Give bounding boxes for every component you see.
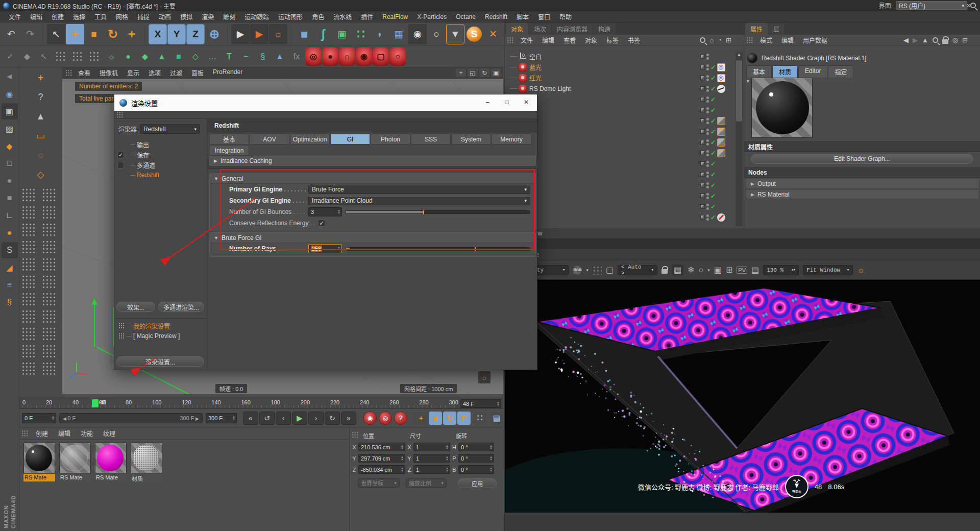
rgb-channel-icon[interactable]: RGB: [573, 266, 582, 275]
tree-checkbox[interactable]: [117, 152, 124, 158]
visibility-dots-icon[interactable]: [706, 64, 709, 70]
rs-proxy-icon[interactable]: ▼: [446, 24, 464, 44]
palette-placeholder-icon[interactable]: [42, 223, 57, 238]
gear-icon[interactable]: ☼: [857, 266, 865, 275]
collapse-arrow-icon[interactable]: ▼: [214, 235, 218, 240]
sep[interactable]: [141, 25, 145, 44]
object-name[interactable]: RS Dome Light: [529, 85, 571, 92]
palette-placeholder-icon[interactable]: [42, 309, 57, 325]
enabled-check-icon[interactable]: ✓: [710, 75, 716, 82]
globe-icon[interactable]: ◉: [2, 86, 18, 102]
lock-z-icon[interactable]: Z: [186, 24, 205, 44]
settings-tab[interactable]: Memory: [492, 134, 531, 144]
layer-square-icon[interactable]: [700, 76, 705, 80]
viewport-menu-item[interactable]: 面板: [187, 68, 208, 77]
grip-icon[interactable]: [21, 430, 29, 437]
object-row[interactable]: ✓: [505, 126, 734, 137]
key-rotation-icon[interactable]: ↻: [443, 412, 456, 425]
grip-icon[interactable]: [116, 111, 124, 118]
object-tag-icon[interactable]: [717, 106, 725, 114]
grip-icon[interactable]: [507, 37, 514, 44]
attribute-sub-tab[interactable]: 指定: [828, 65, 853, 78]
poly-select-icon[interactable]: ◇: [32, 165, 50, 184]
menu-item[interactable]: 渲染: [197, 12, 218, 21]
pan-view-icon[interactable]: +: [456, 68, 466, 77]
menu-item[interactable]: 运动图形: [274, 12, 307, 21]
interface-select[interactable]: RS (用户)▾: [896, 1, 967, 10]
target-icon[interactable]: ◎: [952, 36, 958, 44]
gi-bounces-field[interactable]: 3▲▼: [308, 207, 342, 216]
number-of-rays-field[interactable]: 256▲▼: [308, 244, 342, 253]
xp-paint-icon[interactable]: ◆: [19, 47, 35, 66]
rs-light-portal-icon[interactable]: ▢: [373, 47, 389, 66]
xp-mesh-icon[interactable]: ◇: [187, 47, 204, 66]
rendered-image[interactable]: 微信公众号: 野鹿志 微博: 野鹿志 作者: 马鹿野郎 野鹿志 48 8.06s: [505, 280, 980, 513]
redo-icon[interactable]: ↷: [21, 24, 39, 44]
rotation-h-field[interactable]: 0 °▲▼: [458, 443, 494, 451]
object-mode-icon[interactable]: □: [2, 155, 18, 172]
enabled-check-icon[interactable]: ✓: [710, 214, 716, 221]
render-picture-viewer-icon[interactable]: ▶: [250, 24, 268, 44]
object-tag-icon[interactable]: [717, 213, 725, 222]
select-cursor-icon[interactable]: ▲: [32, 107, 50, 126]
enabled-check-icon[interactable]: ✓: [710, 182, 716, 189]
material-menu-item[interactable]: 创建: [31, 429, 53, 438]
spline-pen-icon[interactable]: ʃ: [314, 24, 332, 44]
viewport-gear-icon[interactable]: ☼: [478, 371, 491, 383]
object-menu-item[interactable]: 编辑: [537, 36, 559, 44]
viewport-menu-item[interactable]: 过滤: [165, 68, 187, 77]
visibility-dots-icon[interactable]: [706, 86, 709, 92]
xp-sheeter-icon[interactable]: §: [255, 47, 271, 66]
material-swatch[interactable]: 材质: [131, 443, 162, 481]
render-preset-item[interactable]: 我的渲染设置: [115, 321, 206, 331]
grip-icon[interactable]: [352, 431, 359, 439]
object-row[interactable]: 空白: [505, 51, 734, 62]
viewport-menu-item[interactable]: 查看: [74, 68, 95, 77]
object-row[interactable]: ✓: [505, 148, 734, 158]
visibility-dots-icon[interactable]: [706, 75, 709, 81]
object-tag-icon[interactable]: [710, 53, 719, 61]
edit-mesh-icon[interactable]: ▣: [333, 24, 351, 44]
add-panel-icon[interactable]: ⊞: [726, 36, 731, 44]
object-name[interactable]: 蓝光: [529, 63, 542, 71]
enabled-check-icon[interactable]: ✓: [710, 96, 716, 103]
image-a-icon[interactable]: ▣: [714, 265, 722, 275]
palette-placeholder-icon[interactable]: [21, 309, 37, 325]
palette-placeholder-icon[interactable]: [21, 257, 37, 273]
lock-icon[interactable]: [942, 39, 948, 44]
menu-item[interactable]: 帮助: [555, 12, 576, 21]
visibility-dots-icon[interactable]: [706, 150, 709, 156]
settings-tab[interactable]: AOV: [250, 134, 289, 144]
palette-placeholder-icon[interactable]: [21, 361, 37, 377]
layer-square-icon[interactable]: [700, 86, 705, 91]
collapse-arrow-icon[interactable]: ▼: [746, 79, 750, 84]
prev-key-icon[interactable]: ↺: [259, 412, 275, 425]
fit-select[interactable]: Fit Window▾: [803, 265, 853, 275]
layer-square-icon[interactable]: [700, 183, 705, 187]
search-icon[interactable]: [700, 37, 705, 43]
xp-cube-icon[interactable]: ■: [170, 47, 187, 66]
object-row[interactable]: ✓: [505, 190, 734, 201]
palette-placeholder-icon[interactable]: [42, 275, 57, 290]
palette-placeholder-icon[interactable]: [21, 188, 37, 203]
menu-item[interactable]: 捕捉: [133, 12, 154, 21]
enabled-check-icon[interactable]: ✓: [710, 128, 716, 135]
rotation-b-field[interactable]: 0 °▲▼: [458, 465, 494, 474]
effects-button[interactable]: 效果...: [116, 302, 155, 312]
pla-dots-icon[interactable]: [474, 412, 487, 425]
attribute-menu-item[interactable]: 用户数据: [798, 36, 832, 44]
layer-square-icon[interactable]: [700, 108, 705, 112]
search-icon[interactable]: [970, 3, 976, 8]
coord-system-select[interactable]: 世界坐标▾: [358, 478, 400, 488]
key-position-icon[interactable]: +: [414, 412, 428, 425]
prev-frame-icon[interactable]: ‹: [276, 412, 291, 425]
enabled-check-icon[interactable]: ✓: [710, 139, 716, 146]
object-tag-icon[interactable]: [717, 203, 725, 211]
model-mode-icon[interactable]: ▣: [2, 103, 18, 119]
size-x-field[interactable]: 1▲▼: [413, 443, 450, 451]
zoom-view-icon[interactable]: ◱: [468, 68, 478, 77]
palette-placeholder-icon[interactable]: [42, 292, 57, 307]
palette-placeholder-icon[interactable]: [21, 205, 37, 221]
current-frame-marker[interactable]: [92, 399, 99, 407]
settings-tab[interactable]: Integration: [209, 145, 249, 156]
